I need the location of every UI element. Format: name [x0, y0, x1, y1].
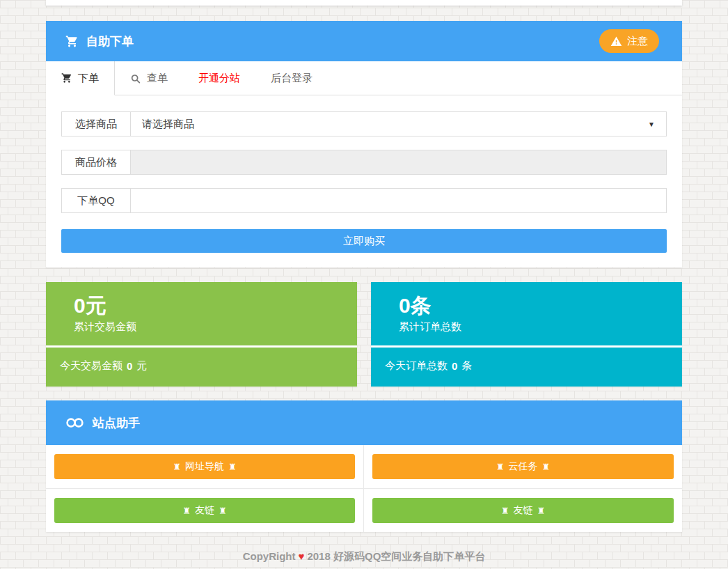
- tab-check-order[interactable]: 查单: [115, 61, 183, 95]
- warning-icon: [610, 36, 622, 47]
- order-panel: 自助下单 注意 下单 查单 开通分站 后台登录: [46, 21, 682, 267]
- castle-icon: ♜: [219, 506, 227, 515]
- site-helper-header: 站点助手: [46, 400, 682, 445]
- price-row: 商品价格: [61, 150, 667, 175]
- order-tabs: 下单 查单 开通分站 后台登录: [46, 61, 682, 95]
- helper-cell: ♜ 友链 ♜: [46, 489, 364, 532]
- stats-row: 0元 累计交易金额 今天交易金额0元 0条 累计订单总数 今天订单总数0条: [46, 282, 682, 387]
- product-label: 选择商品: [61, 111, 131, 137]
- today-suffix: 元: [136, 359, 147, 373]
- site-helper-panel: 站点助手 ♜ 网址导航 ♜ ♜ 云任务 ♜ ♜ 友链: [46, 400, 682, 532]
- trade-amount-label: 累计交易金额: [74, 320, 357, 334]
- helper-button-label: 友链: [195, 504, 214, 517]
- panel-title: 自助下单: [86, 33, 134, 49]
- today-prefix: 今天交易金额: [60, 359, 122, 373]
- notice-button[interactable]: 注意: [599, 29, 659, 53]
- cloud-task-button[interactable]: ♜ 云任务 ♜: [372, 454, 674, 479]
- order-count-main: 0条 累计订单总数: [371, 282, 682, 345]
- product-select-value: 请选择商品: [142, 118, 194, 131]
- order-count-label: 累计订单总数: [399, 320, 682, 334]
- notice-button-label: 注意: [627, 35, 648, 48]
- qq-row: 下单QQ: [61, 188, 667, 213]
- castle-icon: ♜: [182, 506, 191, 515]
- order-panel-title-group: 自助下单: [65, 33, 134, 49]
- tab-label: 下单: [78, 72, 99, 85]
- castle-icon: ♜: [537, 506, 546, 515]
- copyright-right: 2018 好源码QQ空间业务自助下单平台: [307, 550, 485, 562]
- helper-cell: ♜ 云任务 ♜: [364, 445, 682, 489]
- product-row: 选择商品 请选择商品 ▼: [61, 111, 667, 137]
- tab-open-branch-site[interactable]: 开通分站: [183, 61, 255, 95]
- tab-place-order[interactable]: 下单: [46, 61, 115, 95]
- trade-amount-today: 今天交易金额0元: [46, 345, 357, 384]
- helper-cell: ♜ 网址导航 ♜: [46, 445, 364, 489]
- today-value: 0: [127, 360, 132, 372]
- site-navigation-button[interactable]: ♜ 网址导航 ♜: [54, 454, 355, 479]
- today-suffix: 条: [461, 359, 472, 373]
- helper-button-label: 友链: [514, 504, 533, 517]
- cart-icon: [61, 72, 72, 84]
- site-helper-grid: ♜ 网址导航 ♜ ♜ 云任务 ♜ ♜ 友链 ♜: [46, 445, 682, 532]
- castle-icon: ♜: [501, 506, 509, 515]
- product-select[interactable]: 请选择商品 ▼: [131, 111, 667, 137]
- search-icon: [130, 73, 141, 84]
- previous-card-bottom-edge: [46, 0, 682, 6]
- order-count-value: 0条: [399, 294, 682, 318]
- order-count-card: 0条 累计订单总数 今天订单总数0条: [371, 282, 682, 387]
- castle-icon: ♜: [496, 462, 505, 471]
- heart-icon: ♥: [299, 550, 305, 562]
- friend-link-button[interactable]: ♜ 友链 ♜: [54, 498, 355, 523]
- tab-label: 后台登录: [271, 72, 312, 85]
- castle-icon: ♜: [173, 462, 181, 471]
- today-value: 0: [452, 360, 457, 372]
- page-container: 自助下单 注意 下单 查单 开通分站 后台登录: [46, 0, 682, 569]
- castle-icon: ♜: [228, 462, 237, 471]
- buy-now-button[interactable]: 立即购买: [61, 229, 667, 253]
- chain-link-icon: [65, 417, 84, 428]
- trade-amount-main: 0元 累计交易金额: [46, 282, 357, 345]
- order-form: 选择商品 请选择商品 ▼ 商品价格 下单QQ 立即购买: [46, 95, 682, 267]
- caret-down-icon: ▼: [648, 120, 655, 128]
- qq-input[interactable]: [131, 188, 667, 213]
- cart-icon: [65, 35, 79, 48]
- trade-amount-value: 0元: [74, 294, 357, 318]
- helper-cell: ♜ 友链 ♜: [364, 489, 682, 532]
- helper-button-label: 云任务: [509, 460, 538, 473]
- tab-label: 开通分站: [198, 72, 240, 85]
- price-label: 商品价格: [61, 150, 131, 175]
- today-prefix: 今天订单总数: [385, 359, 448, 373]
- helper-button-label: 网址导航: [185, 460, 224, 473]
- qq-label: 下单QQ: [61, 188, 131, 213]
- copyright-left: CopyRight: [243, 550, 296, 562]
- price-input: [131, 150, 667, 175]
- tab-admin-login[interactable]: 后台登录: [255, 61, 328, 95]
- copyright-footer: CopyRight♥2018 好源码QQ空间业务自助下单平台: [46, 550, 682, 569]
- order-panel-header: 自助下单 注意: [46, 21, 682, 61]
- site-helper-title: 站点助手: [93, 415, 140, 431]
- tab-label: 查单: [147, 72, 168, 85]
- trade-amount-card: 0元 累计交易金额 今天交易金额0元: [46, 282, 357, 387]
- castle-icon: ♜: [542, 462, 551, 471]
- friend-link-button[interactable]: ♜ 友链 ♜: [372, 498, 674, 523]
- order-count-today: 今天订单总数0条: [371, 345, 682, 384]
